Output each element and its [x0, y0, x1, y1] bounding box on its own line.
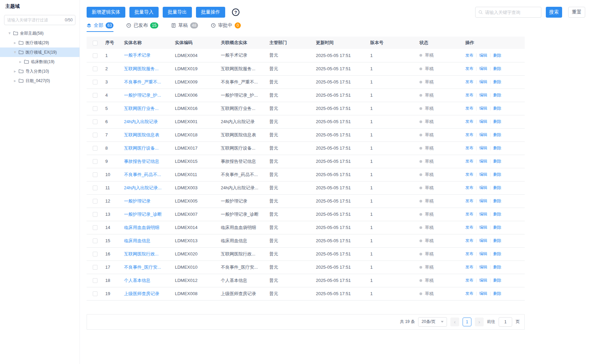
delete-link[interactable]: 删除 — [493, 106, 501, 111]
edit-link[interactable]: 编辑 — [479, 66, 487, 71]
batch-import-button[interactable]: 批量导入 — [129, 7, 159, 18]
batch-export-button[interactable]: 批量导出 — [163, 7, 192, 18]
edit-link[interactable]: 编辑 — [479, 132, 487, 137]
edit-link[interactable]: 编辑 — [479, 198, 487, 203]
caret-right-icon[interactable]: ▶ — [13, 70, 17, 73]
edit-link[interactable]: 编辑 — [479, 225, 487, 230]
publish-link[interactable]: 发布 — [465, 66, 473, 71]
delete-link[interactable]: 删除 — [493, 53, 501, 58]
tree-item[interactable]: ▶医疗领域(29) — [0, 38, 79, 47]
entity-name-link[interactable]: 一般护理记录_诊断 — [124, 212, 162, 217]
edit-link[interactable]: 编辑 — [479, 93, 487, 97]
entity-name-link[interactable]: 事故报告登记信息 — [124, 159, 159, 164]
entity-name-link[interactable]: 互联网医疗设备... — [124, 146, 159, 151]
entity-name-link[interactable]: 24h内入出院记录... — [124, 185, 162, 190]
publish-link[interactable]: 发布 — [465, 159, 473, 164]
caret-right-icon[interactable]: ▶ — [13, 41, 17, 44]
row-checkbox[interactable] — [93, 252, 97, 256]
caret-down-icon[interactable]: ▶ — [14, 51, 17, 54]
entity-name-link[interactable]: 一般手术记录 — [124, 53, 150, 58]
tab-draft[interactable]: 草稿48 — [171, 22, 198, 32]
goto-page-input[interactable] — [499, 317, 512, 327]
next-page-button[interactable]: › — [475, 318, 484, 326]
tab-approving[interactable]: 审批中0 — [211, 22, 241, 32]
publish-link[interactable]: 发布 — [465, 198, 473, 203]
prev-page-button[interactable]: ‹ — [450, 318, 459, 326]
row-checkbox[interactable] — [93, 66, 97, 71]
tree-item[interactable]: ▶医疗领域_EX(19) — [0, 47, 79, 57]
add-entity-button[interactable]: 新增逻辑实体 — [87, 7, 125, 18]
entity-name-link[interactable]: 24h内入出院记录 — [124, 119, 158, 124]
publish-link[interactable]: 发布 — [465, 291, 473, 296]
publish-link[interactable]: 发布 — [465, 146, 473, 150]
publish-link[interactable]: 发布 — [465, 225, 473, 230]
publish-link[interactable]: 发布 — [465, 238, 473, 243]
caret-right-icon[interactable]: ▶ — [13, 79, 17, 82]
page-size-select[interactable]: 20条/页 — [418, 317, 447, 327]
tree-item[interactable]: ▶导入分类(10) — [0, 66, 79, 76]
entity-name-link[interactable]: 临床用血信息 — [124, 238, 150, 243]
reset-button[interactable]: 重置 — [568, 7, 585, 18]
delete-link[interactable]: 删除 — [493, 212, 501, 216]
edit-link[interactable]: 编辑 — [479, 185, 487, 190]
publish-link[interactable]: 发布 — [465, 119, 473, 124]
publish-link[interactable]: 发布 — [465, 53, 473, 58]
search-button[interactable]: 搜索 — [546, 7, 562, 18]
tab-published[interactable]: 已发布15 — [126, 22, 158, 32]
row-checkbox[interactable] — [93, 265, 97, 270]
current-page-button[interactable]: 1 — [463, 318, 471, 326]
edit-link[interactable]: 编辑 — [479, 278, 487, 283]
edit-link[interactable]: 编辑 — [479, 53, 487, 58]
row-checkbox[interactable] — [93, 146, 97, 151]
delete-link[interactable]: 删除 — [493, 159, 501, 164]
row-checkbox[interactable] — [93, 199, 97, 204]
row-checkbox[interactable] — [93, 93, 97, 98]
entity-name-link[interactable]: 不良事件_医疗安... — [124, 265, 161, 270]
edit-link[interactable]: 编辑 — [479, 159, 487, 164]
delete-link[interactable]: 删除 — [493, 119, 501, 124]
delete-link[interactable]: 删除 — [493, 132, 501, 137]
delete-link[interactable]: 删除 — [493, 93, 501, 97]
delete-link[interactable]: 删除 — [493, 198, 501, 203]
row-checkbox[interactable] — [93, 225, 97, 230]
edit-link[interactable]: 编辑 — [479, 119, 487, 124]
row-checkbox[interactable] — [93, 133, 97, 137]
delete-link[interactable]: 删除 — [493, 251, 501, 256]
edit-link[interactable]: 编辑 — [479, 251, 487, 256]
help-icon[interactable]: ? — [232, 8, 239, 16]
edit-link[interactable]: 编辑 — [479, 212, 487, 216]
delete-link[interactable]: 删除 — [493, 291, 501, 296]
tab-all[interactable]: 全部63 — [87, 22, 113, 32]
publish-link[interactable]: 发布 — [465, 106, 473, 111]
row-checkbox[interactable] — [93, 186, 97, 190]
entity-name-link[interactable]: 一般护理记录_护... — [124, 93, 161, 98]
entity-name-link[interactable]: 不良事件_严重不... — [124, 79, 161, 84]
row-checkbox[interactable] — [93, 119, 97, 124]
row-checkbox[interactable] — [93, 172, 97, 177]
batch-ops-button[interactable]: 批量操作 — [196, 7, 225, 18]
entity-name-link[interactable]: 互联网医院行政... — [124, 251, 159, 256]
publish-link[interactable]: 发布 — [465, 132, 473, 137]
tree-item[interactable]: ▶全部主题(58) — [0, 28, 79, 38]
tree-item[interactable]: ▶临床数据(19) — [0, 57, 79, 66]
edit-link[interactable]: 编辑 — [479, 238, 487, 243]
entity-name-link[interactable]: 互联网医院服务... — [124, 66, 159, 71]
publish-link[interactable]: 发布 — [465, 212, 473, 216]
edit-link[interactable]: 编辑 — [479, 106, 487, 111]
row-checkbox[interactable] — [93, 80, 97, 84]
search-input[interactable] — [485, 10, 538, 15]
caret-right-icon[interactable]: ▶ — [19, 60, 22, 63]
entity-name-link[interactable]: 个人基本信息 — [124, 278, 150, 283]
delete-link[interactable]: 删除 — [493, 278, 501, 283]
entity-name-link[interactable]: 互联网医院信息表 — [124, 132, 159, 137]
row-checkbox[interactable] — [93, 212, 97, 217]
row-checkbox[interactable] — [93, 106, 97, 111]
delete-link[interactable]: 删除 — [493, 146, 501, 150]
delete-link[interactable]: 删除 — [493, 225, 501, 230]
publish-link[interactable]: 发布 — [465, 79, 473, 84]
publish-link[interactable]: 发布 — [465, 278, 473, 283]
caret-down-icon[interactable]: ▶ — [8, 32, 11, 35]
entity-name-link[interactable]: 临床用血血袋明细 — [124, 225, 159, 230]
publish-link[interactable]: 发布 — [465, 265, 473, 269]
row-checkbox[interactable] — [93, 278, 97, 283]
